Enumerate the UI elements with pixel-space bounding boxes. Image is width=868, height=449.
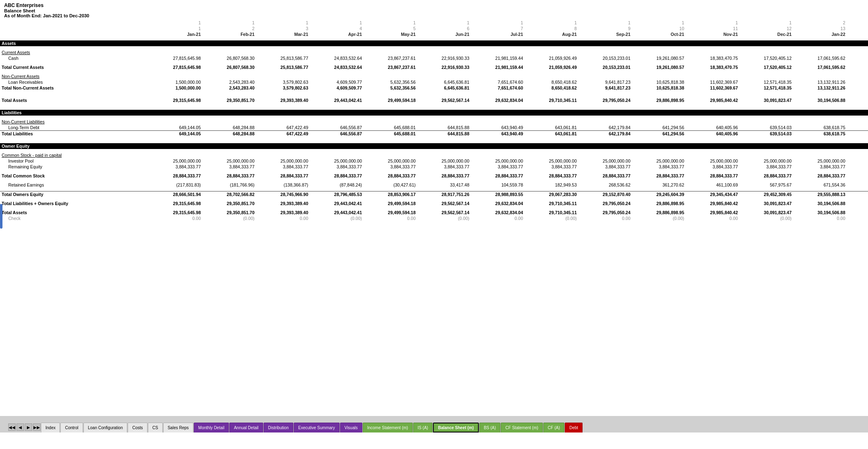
tab-sales-reps[interactable]: Sales Reps xyxy=(163,423,193,432)
liabilities-label: Liabilities xyxy=(0,110,95,116)
tab-is-a[interactable]: IS (A) xyxy=(413,423,433,432)
scroll-indicator[interactable] xyxy=(0,204,2,229)
tab-costs[interactable]: Costs xyxy=(128,423,147,432)
cash-feb22: 16,613,211.52 xyxy=(847,55,868,61)
total-current-assets-row: Total Current Assets 27,815,645.98 26,80… xyxy=(0,64,868,70)
current-assets-header-row: Current Assets xyxy=(0,50,868,55)
col-numbers-row2: 1 2 3 4 5 6 7 8 9 10 11 12 13 14 xyxy=(0,26,868,31)
month-nov21: Nov-21 xyxy=(686,31,740,37)
non-current-assets-header-row: Non-Current Assets xyxy=(0,73,868,79)
total-liab-equity-row: Total Liabilities + Owners Equity 29,315… xyxy=(0,201,868,206)
spreadsheet-header: ABC Enterprises Balance Sheet As of Mont… xyxy=(0,0,868,20)
total-non-current-assets-row: Total Non-Current Assets 1,500,000.00 2,… xyxy=(0,85,868,91)
check-label: Check xyxy=(0,215,95,221)
equity-label: Owner Equity xyxy=(0,143,95,149)
month-header-row: Jan-21 Feb-21 Mar-21 Apr-21 May-21 Jun-2… xyxy=(0,31,868,37)
total-non-current-assets-label: Total Non-Current Assets xyxy=(0,85,95,91)
main-table: 1 1 1 1 1 1 1 1 1 1 1 1 2 2 1 2 3 xyxy=(0,20,868,221)
common-stock-label: Common Stock - paid in capital xyxy=(0,152,95,158)
month-mar21: Mar-21 xyxy=(256,31,310,37)
total-liab-equity-label: Total Liabilities + Owners Equity xyxy=(0,201,95,206)
tab-executive-summary[interactable]: Executive Summary xyxy=(294,423,340,432)
total-assets-row: Total Assets 29,315,645.98 29,350,851.70… xyxy=(0,97,868,103)
table-wrapper: 1 1 1 1 1 1 1 1 1 1 1 1 2 2 1 2 3 xyxy=(0,20,868,221)
common-stock-header-row: Common Stock - paid in capital xyxy=(0,152,868,158)
tab-nav-prev[interactable]: ◀ xyxy=(17,423,24,431)
cash-jul21: 21,981,159.44 xyxy=(471,55,525,61)
tab-debt[interactable]: Debt xyxy=(565,423,583,432)
tab-nav-next[interactable]: ▶ xyxy=(25,423,32,431)
cash-jan22: 17,061,595.62 xyxy=(793,55,847,61)
tabs-nav: ◀◀ ◀ ▶ ▶▶ xyxy=(8,423,40,432)
month-dec21: Dec-21 xyxy=(740,31,793,37)
total-current-assets-label: Total Current Assets xyxy=(0,64,95,70)
report-title: Balance Sheet xyxy=(4,8,864,13)
loan-receivables-row: Loan Receivables 1,500,000.00 2,543,283.… xyxy=(0,79,868,85)
cash-sep21: 20,153,233.01 xyxy=(578,55,632,61)
check-row: Check 0.00 (0.00) 0.00 (0.00) 0.00 (0.00… xyxy=(0,215,868,221)
tab-cf-a[interactable]: CF (A) xyxy=(543,423,564,432)
investor-pool-row: Investor Pool 25,000,000.00 25,000,000.0… xyxy=(0,158,868,164)
tab-income-statement-m[interactable]: Income Statement (m) xyxy=(363,423,413,432)
tab-nav-last[interactable]: ▶▶ xyxy=(33,423,40,431)
month-aug21: Aug-21 xyxy=(525,31,578,37)
tab-annual-detail[interactable]: Annual Detail xyxy=(229,423,263,432)
company-name: ABC Enterprises xyxy=(4,2,864,8)
cash-may21: 23,867,237.61 xyxy=(364,55,417,61)
tab-distribution[interactable]: Distribution xyxy=(264,423,293,432)
long-term-debt-row: Long-Term Debt 649,144.05 648,284.88 647… xyxy=(0,125,868,131)
tab-control[interactable]: Control xyxy=(60,423,83,432)
tab-nav-first[interactable]: ◀◀ xyxy=(8,423,16,431)
investor-pool-label: Investor Pool xyxy=(0,158,95,164)
month-feb21: Feb-21 xyxy=(202,31,256,37)
tab-cf-statement-m[interactable]: CF Statement (m) xyxy=(501,423,542,432)
month-may21: May-21 xyxy=(364,31,417,37)
col-numbers-row1: 1 1 1 1 1 1 1 1 1 1 1 1 2 2 xyxy=(0,20,868,26)
month-oct21: Oct-21 xyxy=(632,31,686,37)
tab-balance-sheet-m[interactable]: Balance Sheet (m) xyxy=(433,423,479,432)
tab-index[interactable]: Index xyxy=(41,423,60,432)
tab-loan-configuration[interactable]: Loan Configuration xyxy=(83,423,128,432)
cash-row: Cash 27,815,645.98 26,807,568.30 25,813,… xyxy=(0,55,868,61)
cash-aug21: 21,059,926.49 xyxy=(525,55,578,61)
month-feb22: Feb-22 xyxy=(847,31,868,37)
month-sep21: Sep-21 xyxy=(578,31,632,37)
cash-jan21: 27,815,645.98 xyxy=(149,55,202,61)
total-common-stock-row: Total Common Stock 28,884,333.77 28,884,… xyxy=(0,173,868,179)
cash-label: Cash xyxy=(0,55,95,61)
cash-oct21: 19,261,080.57 xyxy=(632,55,686,61)
cash-dec21: 17,520,405.12 xyxy=(740,55,793,61)
total-liabilities-label: Total Liabilities xyxy=(0,131,95,137)
month-jan21: Jan-21 xyxy=(149,31,202,37)
total-assets2-label: Total Assets xyxy=(0,210,95,215)
total-owners-equity-row: Total Owners Equity 28,666,501.94 28,702… xyxy=(0,191,868,197)
month-apr21: Apr-21 xyxy=(310,31,364,37)
total-common-stock-label: Total Common Stock xyxy=(0,173,95,179)
long-term-debt-label: Long-Term Debt xyxy=(0,125,95,131)
tab-visuals[interactable]: Visuals xyxy=(340,423,362,432)
retained-earnings-label: Retained Earnings xyxy=(0,182,95,188)
tabs-bar: ◀◀ ◀ ▶ ▶▶ Index Control Loan Configurati… xyxy=(0,416,868,432)
equity-section-header: Owner Equity xyxy=(0,143,868,149)
date-range: As of Month End: Jan-2021 to Dec-2030 xyxy=(4,13,864,18)
retained-earnings-row: Retained Earnings (217,831.83) (181,766.… xyxy=(0,182,868,188)
liabilities-section-header: Liabilities xyxy=(0,110,868,116)
month-jul21: Jul-21 xyxy=(471,31,525,37)
cash-nov21: 18,383,470.75 xyxy=(686,55,740,61)
tab-cs[interactable]: CS xyxy=(148,423,163,432)
total-owners-equity-label: Total Owners Equity xyxy=(0,191,95,197)
tab-bs-a[interactable]: BS (A) xyxy=(479,423,500,432)
cash-feb21: 26,807,568.30 xyxy=(202,55,256,61)
tab-monthly-detail[interactable]: Monthly Detail xyxy=(194,423,229,432)
remaining-equity-row: Remaining Equity 3,884,333.77 3,884,333.… xyxy=(0,164,868,170)
total-assets2-row: Total Assets 29,315,645.98 29,350,851.70… xyxy=(0,210,868,215)
non-current-liab-header-row: Non-Current Liabilities xyxy=(0,119,868,125)
assets-section-header: Assets xyxy=(0,40,868,46)
remaining-equity-label: Remaining Equity xyxy=(0,164,95,170)
cash-apr21: 24,833,532.64 xyxy=(310,55,364,61)
total-liabilities-row: Total Liabilities 649,144.05 648,284.88 … xyxy=(0,131,868,137)
assets-label: Assets xyxy=(0,40,95,46)
spreadsheet-container: ABC Enterprises Balance Sheet As of Mont… xyxy=(0,0,868,432)
non-current-liab-label: Non-Current Liabilities xyxy=(0,119,95,125)
month-jun21: Jun-21 xyxy=(417,31,471,37)
